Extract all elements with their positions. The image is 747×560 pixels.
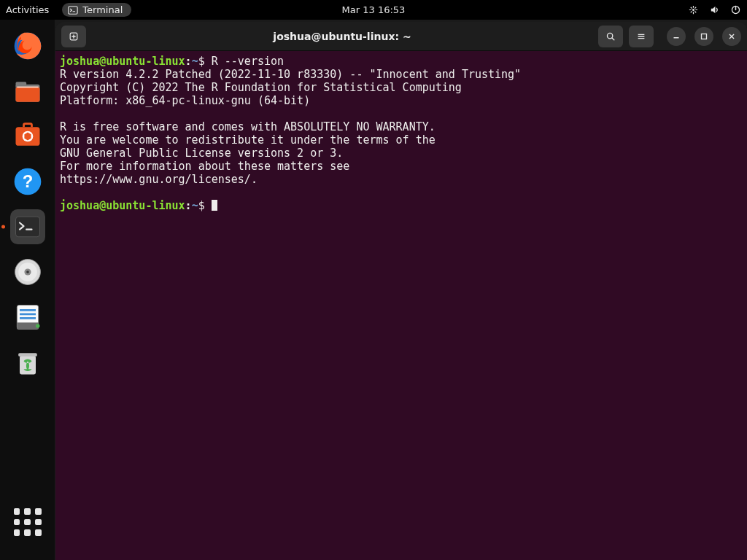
new-tab-icon (69, 31, 79, 42)
terminal-body[interactable]: joshua@ubuntu-linux:~$ R --versionR vers… (55, 51, 747, 560)
terminal-output-line: For more information about these matters… (60, 160, 743, 173)
terminal-line: joshua@ubuntu-linux:~$ R --version (60, 55, 743, 68)
dock-files[interactable] (10, 74, 45, 109)
svg-rect-38 (702, 34, 707, 39)
active-app-name: Terminal (82, 4, 123, 15)
svg-rect-7 (15, 82, 26, 87)
volume-icon (709, 4, 720, 15)
minimize-button[interactable] (667, 27, 686, 46)
terminal-output-line (60, 107, 743, 120)
svg-rect-22 (20, 309, 36, 311)
dock-text-editor[interactable] (10, 300, 45, 335)
svg-rect-28 (18, 353, 37, 357)
clock[interactable]: Mar 13 16:53 (342, 4, 406, 15)
window-title: joshua@ubuntu-linux: ~ (92, 31, 592, 42)
dock-help[interactable]: ? (10, 164, 45, 199)
help-icon: ? (12, 166, 44, 198)
dock-firefox[interactable] (10, 28, 45, 63)
command-text: R --version (212, 55, 284, 68)
dock-software[interactable] (10, 119, 45, 154)
power-icon (730, 4, 741, 15)
terminal-output-line: Platform: x86_64-pc-linux-gnu (64-bit) (60, 94, 743, 107)
dock-trash[interactable] (10, 345, 45, 380)
ubuntu-software-icon (12, 120, 44, 152)
search-icon (605, 31, 616, 42)
svg-rect-9 (17, 87, 38, 88)
disk-icon (12, 256, 44, 288)
terminal-icon (68, 5, 78, 15)
dock-terminal[interactable] (10, 209, 45, 244)
active-app-indicator[interactable]: Terminal (62, 3, 131, 17)
maximize-icon (699, 31, 709, 42)
cursor (212, 200, 217, 211)
terminal-output-line: https://www.gnu.org/licenses/. (60, 173, 743, 186)
close-icon (727, 31, 737, 42)
svg-text:?: ? (22, 171, 33, 191)
svg-line-33 (612, 37, 614, 39)
svg-rect-14 (15, 217, 39, 237)
dock: ? (0, 20, 55, 560)
svg-point-20 (26, 271, 29, 273)
panel-right-status[interactable] (688, 4, 741, 15)
window-titlebar: joshua@ubuntu-linux: ~ (55, 22, 747, 51)
terminal-output-line: R is free software and comes with ABSOLU… (60, 120, 743, 133)
terminal-window: joshua@ubuntu-linux: ~ joshua@ubuntu-l (55, 22, 747, 560)
terminal-prompt-line: joshua@ubuntu-linux:~$ (60, 199, 743, 212)
svg-rect-0 (69, 6, 77, 14)
new-tab-button[interactable] (61, 26, 86, 47)
search-button[interactable] (598, 26, 623, 47)
menu-button[interactable] (629, 26, 654, 47)
svg-point-2 (692, 9, 694, 11)
dock-disk[interactable] (10, 254, 45, 289)
svg-rect-8 (15, 88, 39, 102)
terminal-output-line: Copyright (C) 2022 The R Foundation for … (60, 81, 743, 94)
text-editor-icon (12, 301, 44, 333)
svg-rect-25 (17, 322, 38, 329)
svg-rect-24 (20, 317, 36, 319)
gnome-top-panel: Activities Terminal Mar 13 16:53 (0, 0, 747, 20)
terminal-output-line: You are welcome to redistribute it under… (60, 133, 743, 147)
trash-icon (12, 346, 44, 378)
terminal-output-line: GNU General Public License versions 2 or… (60, 147, 743, 160)
minimize-icon (671, 31, 681, 42)
show-applications[interactable] (10, 505, 45, 540)
files-icon (12, 75, 44, 107)
svg-point-26 (36, 324, 40, 328)
activities-button[interactable]: Activities (6, 4, 49, 15)
firefox-icon (12, 30, 44, 62)
network-icon (688, 4, 699, 15)
hamburger-icon (636, 31, 646, 42)
svg-rect-23 (20, 314, 36, 316)
terminal-app-icon (12, 211, 44, 243)
close-button[interactable] (722, 27, 741, 46)
terminal-output-line: R version 4.2.2 Patched (2022-11-10 r833… (60, 68, 743, 81)
panel-left: Activities Terminal (6, 3, 131, 17)
maximize-button[interactable] (694, 27, 713, 46)
